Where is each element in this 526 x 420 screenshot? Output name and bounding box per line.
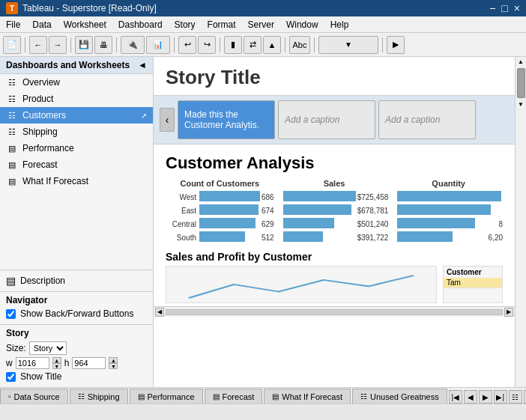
- bar-container: [283, 204, 356, 216]
- caption-0[interactable]: Made this the Customer Analytis.: [178, 100, 275, 139]
- toolbar-print[interactable]: 🖶: [94, 36, 112, 54]
- customer-row-tam: Tam: [444, 278, 502, 288]
- external-link-icon[interactable]: ➚: [141, 112, 147, 120]
- menu-file[interactable]: File: [0, 18, 26, 31]
- show-back-forward-checkbox[interactable]: [6, 309, 16, 319]
- story-title: Story Title: [154, 57, 515, 95]
- toolbar-present[interactable]: ▶: [387, 36, 405, 54]
- menu-server[interactable]: Server: [242, 18, 280, 31]
- height-up[interactable]: ▲: [109, 357, 118, 363]
- sales-section: Sales and Profit by Customer Customer Ta…: [154, 245, 515, 306]
- tab-unused-greatness[interactable]: ☷ Unused Greatness: [352, 389, 447, 404]
- tab-shipping[interactable]: ☷ Shipping: [70, 389, 128, 404]
- tab-label: Forecast: [223, 392, 255, 401]
- bar: [397, 191, 501, 201]
- toolbar-undo[interactable]: ↩: [178, 36, 196, 54]
- panel-collapse-icon[interactable]: ◄: [138, 60, 147, 70]
- sidebar-item-performance[interactable]: ▤ Performance: [0, 140, 153, 156]
- height-input[interactable]: [72, 357, 106, 369]
- scroll-right-btn[interactable]: ▶: [504, 308, 513, 317]
- sidebar-item-forecast[interactable]: ▤ Forecast: [0, 156, 153, 173]
- menu-story[interactable]: Story: [169, 18, 202, 31]
- menu-data[interactable]: Data: [26, 18, 57, 31]
- menu-dashboard[interactable]: Dashboard: [112, 18, 169, 31]
- dashboard-icon: ☷: [6, 126, 18, 138]
- sidebar-item-overview[interactable]: ☷ Overview: [0, 74, 153, 91]
- bar-row-east-sales: $678,781: [280, 204, 389, 216]
- height-down[interactable]: ▼: [109, 363, 118, 369]
- story-section: Story Size: Story w ▲ ▼ h ▲ ▼: [0, 324, 153, 387]
- nav-first-btn[interactable]: |◀: [449, 390, 462, 404]
- scroll-up-btn[interactable]: ▲: [516, 57, 525, 67]
- width-down[interactable]: ▼: [52, 363, 61, 369]
- toolbar-forward[interactable]: →: [49, 36, 67, 54]
- width-input[interactable]: [16, 357, 49, 369]
- bar: [397, 218, 475, 228]
- size-label: Size:: [6, 343, 26, 353]
- toolbar-highlight[interactable]: ▲: [263, 36, 281, 54]
- toolbar-pause[interactable]: ▮: [224, 36, 242, 54]
- view-normal-btn[interactable]: ☷: [509, 390, 522, 404]
- toolbar-chart[interactable]: 📊: [146, 36, 170, 54]
- sheet-icon: ▤: [138, 392, 145, 401]
- size-select[interactable]: Story: [29, 341, 67, 355]
- toolbar-save[interactable]: 💾: [75, 36, 93, 54]
- description-area: ▤ Description: [0, 270, 153, 291]
- sidebar-item-label: Product: [22, 94, 53, 104]
- menu-worksheet[interactable]: Worksheet: [58, 18, 112, 31]
- description-icon: ▤: [6, 275, 16, 287]
- caption-prev-arrow[interactable]: ‹: [160, 108, 175, 132]
- tab-data-source[interactable]: ▫ Data Source: [0, 389, 68, 404]
- show-title-checkbox[interactable]: [6, 372, 16, 382]
- toolbar-sep-4: [174, 37, 175, 52]
- toolbar-new[interactable]: 📄: [3, 36, 21, 54]
- worksheet-icon: ▤: [6, 142, 18, 154]
- tab-what-if-forecast[interactable]: ▤ What If Forecast: [264, 389, 351, 404]
- show-back-forward-label: Show Back/Forward Buttons: [20, 308, 133, 319]
- caption-2[interactable]: Add a caption: [378, 100, 476, 139]
- menu-format[interactable]: Format: [202, 18, 242, 31]
- close-btn[interactable]: ×: [514, 2, 520, 14]
- scroll-thumb[interactable]: [517, 68, 525, 98]
- toolbar-text[interactable]: Abc: [289, 36, 310, 54]
- tab-label: What If Forecast: [282, 392, 342, 401]
- toolbar-sep-7: [314, 37, 315, 52]
- sidebar-item-customers[interactable]: ☷ Customers ➚: [0, 107, 153, 124]
- bar-row-south-sales: $391,722: [280, 231, 389, 243]
- minimize-btn[interactable]: −: [489, 2, 495, 14]
- restore-btn[interactable]: □: [501, 2, 507, 14]
- toolbar-redo[interactable]: ↪: [198, 36, 216, 54]
- toolbar-back[interactable]: ←: [29, 36, 47, 54]
- scroll-left-btn[interactable]: ◀: [155, 308, 164, 317]
- nav-last-btn[interactable]: ▶|: [494, 390, 507, 404]
- app-icon: T: [6, 2, 18, 14]
- navigator-label: Navigator: [6, 295, 147, 305]
- nav-prev-btn[interactable]: ◀: [464, 390, 477, 404]
- description-button[interactable]: ▤ Description: [6, 275, 147, 287]
- toolbar-view[interactable]: ▼: [318, 36, 378, 54]
- nav-next-btn[interactable]: ▶: [479, 390, 492, 404]
- bar-container: [199, 231, 260, 243]
- dashboard-icon: ☷: [6, 109, 18, 121]
- width-up[interactable]: ▲: [52, 357, 61, 363]
- sidebar-item-what-if-forecast[interactable]: ▤ What If Forecast: [0, 173, 153, 189]
- bar-container: [199, 191, 260, 203]
- toolbar-swap[interactable]: ⇄: [244, 36, 262, 54]
- tab-forecast[interactable]: ▤ Forecast: [205, 389, 263, 404]
- scroll-track[interactable]: [166, 309, 503, 315]
- sidebar-item-product[interactable]: ☷ Product: [0, 91, 153, 107]
- tab-performance[interactable]: ▤ Performance: [130, 389, 203, 404]
- size-row: Size: Story: [6, 341, 147, 355]
- caption-1[interactable]: Add a caption: [278, 100, 375, 139]
- menu-help[interactable]: Help: [324, 18, 355, 31]
- scroll-down-btn[interactable]: ▼: [516, 100, 525, 109]
- sidebar-item-shipping[interactable]: ☷ Shipping: [0, 124, 153, 140]
- bar: [283, 218, 334, 228]
- content-wrapper: Story Title ‹ Made this the Customer Ana…: [154, 57, 526, 387]
- dashboard-icon: ☷: [6, 93, 18, 105]
- bar-container: [199, 204, 260, 216]
- chart-sales-title: Sales: [280, 179, 389, 188]
- toolbar-connect[interactable]: 🔌: [121, 36, 145, 54]
- menu-window[interactable]: Window: [280, 18, 324, 31]
- height-spinner: ▲ ▼: [109, 357, 118, 369]
